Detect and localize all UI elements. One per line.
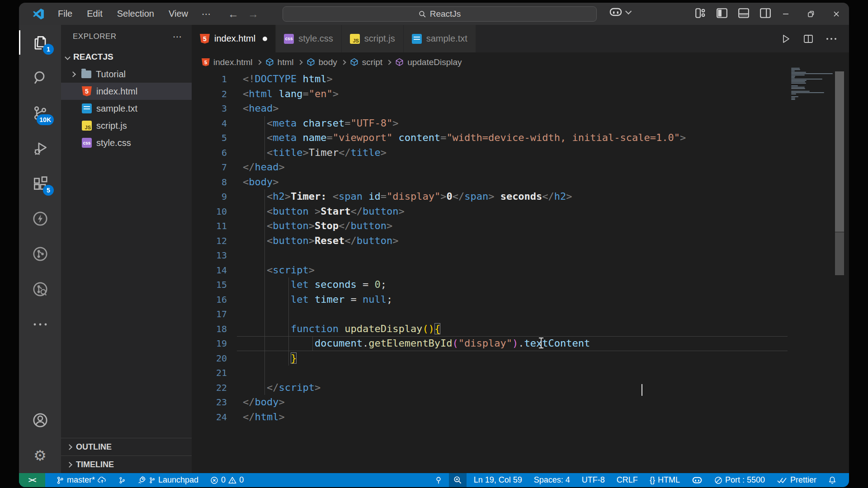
- toggle-secondary-sidebar-icon[interactable]: [760, 7, 771, 19]
- modified-dot-icon[interactable]: [263, 37, 267, 41]
- menu-selection[interactable]: Selection: [112, 7, 160, 21]
- activity-thunder-client[interactable]: [19, 201, 61, 236]
- code-line[interactable]: 10 <button >Start</button>: [192, 204, 849, 219]
- tab-sample-txt[interactable]: sample.txt: [404, 25, 476, 52]
- code-line[interactable]: 8<body>: [192, 175, 849, 190]
- remote-icon: ><: [28, 476, 36, 484]
- encoding[interactable]: UTF-8: [577, 473, 609, 487]
- remote-indicator[interactable]: ><: [19, 473, 45, 487]
- code-line[interactable]: 19 document.getElementById("display").te…: [192, 336, 849, 351]
- editor-scrollbar[interactable]: [834, 25, 845, 473]
- git-branch-item[interactable]: master*: [52, 473, 111, 487]
- minimap[interactable]: [791, 68, 835, 100]
- code-line[interactable]: 13: [192, 248, 849, 263]
- scrollbar-thumb[interactable]: [835, 71, 844, 232]
- forward-arrow-icon[interactable]: →: [248, 8, 259, 20]
- git-graph-status-item[interactable]: [114, 473, 130, 487]
- activity-more[interactable]: [19, 307, 61, 342]
- code-line[interactable]: 15 let seconds = 0;: [192, 277, 849, 292]
- split-editor-button[interactable]: [803, 33, 814, 44]
- line-number: 24: [192, 410, 227, 425]
- outline-panel-header[interactable]: OUTLINE: [61, 438, 192, 455]
- code-line[interactable]: 14 <script>: [192, 263, 849, 278]
- launchpad-item[interactable]: Launchpad: [133, 473, 203, 487]
- activity-gitlens[interactable]: [19, 272, 61, 307]
- code-line[interactable]: 20 }: [192, 351, 849, 366]
- tab-index-html[interactable]: 5 index.html: [192, 25, 276, 52]
- cursor-position[interactable]: Ln 19, Col 59: [469, 473, 527, 487]
- code-line[interactable]: 16 let timer = null;: [192, 292, 849, 307]
- activity-run-debug[interactable]: [19, 131, 61, 166]
- account-button[interactable]: [19, 403, 61, 438]
- code-line[interactable]: 4 <meta charset="UTF-8">: [192, 116, 849, 131]
- command-center-search[interactable]: ReactJs: [283, 6, 597, 22]
- scrollbar-thumb-lower[interactable]: [835, 232, 844, 275]
- breadcrumb-body[interactable]: body: [319, 57, 337, 67]
- code-line[interactable]: 21: [192, 366, 849, 380]
- copilot-status[interactable]: [687, 473, 707, 487]
- settings-button[interactable]: ⚙: [19, 438, 61, 473]
- code-line[interactable]: 23</body>: [192, 395, 849, 410]
- eol-sequence[interactable]: CRLF: [612, 473, 642, 487]
- code-line[interactable]: 17: [192, 307, 849, 322]
- prettier-status[interactable]: Prettier: [772, 473, 821, 487]
- git-graph-icon: [118, 476, 126, 484]
- close-button[interactable]: [824, 3, 849, 25]
- tab-script-js[interactable]: JS script.js: [342, 25, 404, 52]
- code-line[interactable]: 12 <button>Reset</button>: [192, 234, 849, 249]
- ports-indicator[interactable]: [431, 473, 446, 487]
- git-search-circle-icon: [31, 280, 49, 298]
- copilot-menu[interactable]: [609, 6, 630, 18]
- code-line[interactable]: 3<head>: [192, 101, 849, 116]
- activity-search[interactable]: [19, 60, 61, 95]
- toggle-primary-sidebar-icon[interactable]: [716, 7, 728, 19]
- code-line[interactable]: 24</html>: [192, 410, 849, 425]
- live-server-port[interactable]: Port : 5500: [710, 473, 769, 487]
- code-line[interactable]: 2<html lang="en">: [192, 87, 849, 102]
- menu-more-button[interactable]: ⋯: [197, 7, 216, 21]
- activity-explorer[interactable]: 1: [19, 25, 61, 60]
- restore-button[interactable]: [798, 3, 824, 25]
- code-editor[interactable]: 1<!DOCTYPE html>2<html lang="en">3<head>…: [192, 72, 849, 473]
- breadcrumb-script[interactable]: script: [362, 57, 382, 67]
- activity-git-graph[interactable]: [19, 236, 61, 272]
- code-line[interactable]: 18 function updateDisplay(){: [192, 322, 849, 337]
- menu-view[interactable]: View: [163, 7, 193, 21]
- back-arrow-icon[interactable]: ←: [228, 8, 239, 20]
- customize-layout-icon[interactable]: [694, 7, 706, 19]
- tree-item-style-css[interactable]: css style.css: [61, 134, 192, 151]
- code-line[interactable]: 6 <title>Timer</title>: [192, 145, 849, 160]
- run-file-button[interactable]: [780, 33, 791, 44]
- code-line[interactable]: 22 </script>: [192, 380, 849, 395]
- mouse-ibeam-cursor: [541, 338, 542, 348]
- code-line[interactable]: 7</head>: [192, 160, 849, 175]
- tab-style-css[interactable]: css style.css: [276, 25, 342, 52]
- code-line[interactable]: 9 <h2>Timer: <span id="display">0</span>…: [192, 189, 849, 204]
- activity-extensions[interactable]: 5: [19, 166, 61, 201]
- problems-item[interactable]: 0 0: [206, 473, 248, 487]
- tree-item-sample-txt[interactable]: sample.txt: [61, 100, 192, 117]
- timeline-panel-header[interactable]: TIMELINE: [61, 455, 192, 473]
- code-line[interactable]: 11 <button>Stop</button>: [192, 219, 849, 234]
- notifications-bell[interactable]: [824, 473, 841, 487]
- chevron-right-icon: [66, 444, 72, 450]
- code-line[interactable]: 1<!DOCTYPE html>: [192, 72, 849, 87]
- zoom-indicator[interactable]: [449, 473, 467, 487]
- workspace-root-row[interactable]: REACTJS: [61, 48, 192, 66]
- activity-bar: 1 10K 5: [19, 25, 61, 473]
- menu-file[interactable]: File: [52, 7, 78, 21]
- tree-item-tutorial[interactable]: Tutorial: [61, 66, 192, 83]
- activity-source-control[interactable]: 10K: [19, 95, 61, 131]
- sidebar-more-button[interactable]: ⋯: [173, 31, 183, 42]
- tree-item-index-html[interactable]: 5 index.html: [61, 83, 192, 100]
- indentation[interactable]: Spaces: 4: [529, 473, 575, 487]
- toggle-panel-icon[interactable]: [738, 7, 750, 19]
- breadcrumb-file[interactable]: index.html: [213, 57, 253, 67]
- breadcrumb-updateDisplay[interactable]: updateDisplay: [407, 57, 462, 67]
- breadcrumb-html[interactable]: html: [278, 57, 294, 67]
- code-line[interactable]: 5 <meta name="viewport" content="width=d…: [192, 131, 849, 145]
- menu-edit[interactable]: Edit: [81, 7, 108, 21]
- language-mode[interactable]: {} HTML: [645, 473, 684, 487]
- tree-item-script-js[interactable]: JS script.js: [61, 117, 192, 134]
- minimize-button[interactable]: [773, 3, 798, 25]
